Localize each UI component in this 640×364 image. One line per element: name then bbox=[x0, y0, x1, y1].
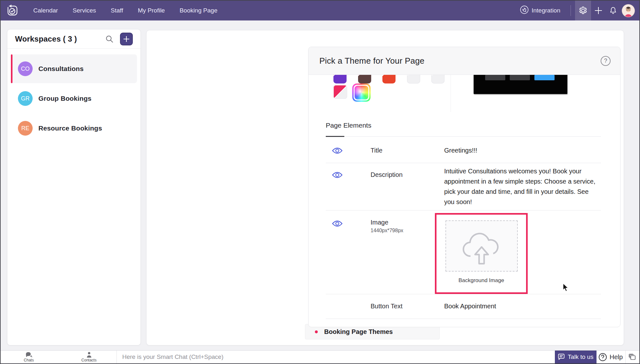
help-circle-icon bbox=[598, 353, 607, 361]
preview-bar bbox=[510, 75, 530, 80]
theme-swatch-brown[interactable] bbox=[358, 75, 371, 83]
page-elements-heading: Page Elements bbox=[326, 122, 371, 129]
eye-visibility-toggle-title[interactable] bbox=[332, 147, 343, 154]
window-stack-button[interactable] bbox=[628, 351, 636, 363]
contacts-tool[interactable]: Contacts bbox=[79, 351, 99, 363]
row-image-size-hint: 1440px*798px bbox=[371, 228, 403, 233]
theme-swatch-white-pink[interactable] bbox=[431, 75, 444, 83]
smart-chat-input[interactable]: Here is your Smart Chat (Ctrl+Space) bbox=[122, 351, 223, 363]
nav-item-my-profile[interactable]: My Profile bbox=[138, 7, 165, 14]
theme-panel-title: Pick a Theme for Your Page bbox=[319, 56, 424, 66]
add-button[interactable] bbox=[591, 1, 606, 20]
help-icon[interactable]: ? bbox=[601, 56, 611, 66]
app-window: Calendar Services Staff My Profile Booki… bbox=[0, 0, 640, 364]
workspace-list: CO Consultations GR Group Bookings RE Re… bbox=[11, 54, 137, 144]
row-label-button-text: Button Text bbox=[371, 303, 403, 310]
eye-visibility-toggle-image[interactable] bbox=[332, 220, 343, 227]
nav-item-calendar[interactable]: Calendar bbox=[33, 7, 58, 14]
gear-icon bbox=[578, 6, 588, 15]
workspace-item-group-bookings[interactable]: GR Group Bookings bbox=[11, 84, 137, 113]
workspace-avatar: CO bbox=[18, 61, 33, 76]
row-label-image: Image bbox=[371, 219, 388, 226]
workspace-label: Resource Bookings bbox=[38, 124, 102, 132]
settings-button[interactable] bbox=[575, 1, 591, 20]
bookings-logo-icon[interactable] bbox=[6, 4, 19, 17]
workspace-label: Consultations bbox=[38, 65, 84, 73]
help-button[interactable]: Help bbox=[598, 351, 623, 363]
theme-preview-thumbnail[interactable] bbox=[474, 75, 567, 94]
theme-swatch-purple[interactable] bbox=[333, 75, 347, 83]
talk-to-us-label: Talk to us bbox=[568, 353, 593, 360]
theme-swatch-custom-color[interactable] bbox=[352, 83, 371, 102]
theme-panel-header: Pick a Theme for Your Page ? bbox=[308, 47, 620, 75]
row-divider bbox=[326, 210, 601, 210]
contacts-icon bbox=[86, 352, 92, 358]
top-navbar: Calendar Services Staff My Profile Booki… bbox=[1, 1, 639, 20]
notifications-button[interactable] bbox=[606, 1, 620, 20]
chats-icon bbox=[26, 352, 32, 358]
cloud-upload-icon bbox=[456, 227, 507, 265]
add-workspace-button[interactable] bbox=[120, 33, 133, 45]
nav-item-booking-page[interactable]: Booking Page bbox=[180, 7, 217, 14]
background-image-caption: Background Image bbox=[436, 277, 526, 284]
workspace-avatar: RE bbox=[18, 121, 33, 136]
nav-item-staff[interactable]: Staff bbox=[111, 7, 123, 14]
theme-swatch-white-green[interactable] bbox=[407, 75, 420, 83]
swatch-preview-divider bbox=[451, 75, 451, 112]
image-upload-highlight: Background Image bbox=[435, 213, 528, 294]
bottom-statusbar: Chats Contacts Here is your Smart Chat (… bbox=[1, 350, 639, 363]
workspace-item-consultations[interactable]: CO Consultations bbox=[11, 54, 137, 83]
workspaces-header: Workspaces ( 3 ) bbox=[7, 29, 140, 49]
stacked-windows-icon bbox=[628, 353, 636, 360]
row-label-description: Description bbox=[371, 171, 403, 178]
theme-swatch-pink-diagonal[interactable] bbox=[333, 85, 347, 99]
primary-nav: Calendar Services Staff My Profile Booki… bbox=[33, 7, 218, 14]
row-value-title[interactable]: Greetings!!! bbox=[444, 147, 477, 154]
talk-to-us-button[interactable]: Talk to us bbox=[555, 351, 596, 363]
row-label-title: Title bbox=[371, 147, 382, 154]
theme-panel: Pick a Theme for Your Page ? bbox=[308, 47, 620, 327]
preview-bar-accent bbox=[534, 75, 555, 80]
statusbar-divider bbox=[116, 351, 117, 363]
theme-panel-body: Page Elements Title Greetings!!! bbox=[308, 75, 620, 327]
row-value-button-text[interactable]: Book Appointment bbox=[444, 303, 496, 310]
bell-icon bbox=[609, 6, 617, 15]
selected-indicator-bar bbox=[11, 54, 12, 83]
user-avatar[interactable] bbox=[622, 4, 635, 17]
theme-swatch-red[interactable] bbox=[382, 75, 396, 83]
workspace-label: Group Bookings bbox=[38, 95, 92, 102]
row-divider bbox=[326, 163, 601, 163]
workspaces-sidebar: Workspaces ( 3 ) CO Consultations GR bbox=[7, 29, 141, 345]
rainbow-gradient-icon bbox=[355, 86, 368, 99]
background-image-upload-dropzone[interactable] bbox=[445, 220, 518, 272]
workspace-item-resource-bookings[interactable]: RE Resource Bookings bbox=[11, 114, 137, 143]
eye-visibility-toggle-description[interactable] bbox=[332, 171, 343, 179]
chats-tool[interactable]: Chats bbox=[20, 351, 37, 363]
bullet-icon bbox=[315, 330, 318, 333]
help-label: Help bbox=[610, 353, 623, 361]
statusbar-divider bbox=[625, 351, 626, 363]
preview-bar bbox=[485, 75, 505, 80]
section-tab-underline bbox=[326, 136, 344, 137]
navbar-divider bbox=[571, 5, 571, 16]
workspaces-title: Workspaces ( 3 ) bbox=[15, 35, 77, 44]
chats-label: Chats bbox=[24, 358, 34, 362]
talk-bubble-icon bbox=[558, 354, 565, 360]
row-divider bbox=[326, 294, 601, 294]
integration-label: Integration bbox=[532, 7, 560, 14]
row-value-description[interactable]: Intuitive Consultations welcomes you! Bo… bbox=[444, 166, 597, 207]
plus-icon bbox=[594, 6, 603, 15]
section-divider bbox=[326, 136, 601, 137]
nav-item-services[interactable]: Services bbox=[73, 7, 96, 14]
workspace-detail-panel: Consultations Copy Go To Basic Informati… bbox=[146, 30, 624, 345]
contacts-label: Contacts bbox=[81, 358, 96, 362]
row-divider bbox=[326, 319, 601, 319]
integration-button[interactable]: Integration bbox=[520, 5, 560, 16]
integration-plug-icon bbox=[520, 5, 529, 16]
search-icon[interactable] bbox=[105, 35, 114, 43]
navbar-right-cluster: Integration bbox=[520, 1, 639, 20]
plus-icon bbox=[123, 36, 130, 43]
workspace-avatar: GR bbox=[18, 91, 33, 106]
